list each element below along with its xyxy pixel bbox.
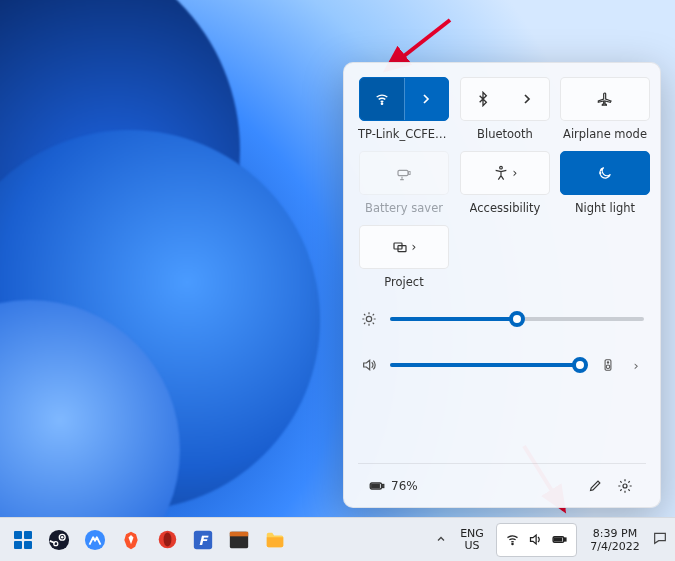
svg-point-5: [499, 166, 502, 169]
language-indicator[interactable]: ENG US: [452, 528, 492, 552]
quick-settings-tiles: TP-Link_CCFE_5G Bluetooth Airplane mode: [358, 77, 646, 289]
svg-point-29: [512, 543, 513, 544]
airplane-tile[interactable]: [560, 77, 650, 121]
battery-saver-tile: [359, 151, 449, 195]
project-tile[interactable]: ›: [359, 225, 449, 269]
chevron-right-icon: [418, 91, 434, 107]
chevron-right-icon: [519, 91, 535, 107]
brightness-track[interactable]: [390, 317, 644, 321]
quick-settings-panel: TP-Link_CCFE_5G Bluetooth Airplane mode: [343, 62, 661, 508]
volume-slider[interactable]: ›: [360, 357, 644, 373]
chevron-up-icon: [435, 533, 447, 545]
chevron-right-icon: ›: [412, 240, 417, 254]
notification-icon: [652, 530, 668, 546]
clock[interactable]: 8:39 PM 7/4/2022: [581, 527, 649, 553]
panel-footer: 76%: [358, 463, 646, 507]
edit-quick-settings-button[interactable]: [580, 471, 610, 501]
accessibility-icon: [493, 165, 509, 181]
chevron-right-icon: ›: [513, 166, 518, 180]
gear-icon: [617, 478, 633, 494]
volume-icon: [528, 532, 543, 547]
taskbar-app-opera[interactable]: [150, 523, 184, 557]
fdm-icon: F: [192, 529, 214, 551]
start-button[interactable]: [6, 523, 40, 557]
volume-track[interactable]: [390, 363, 588, 367]
brightness-slider[interactable]: [360, 311, 644, 327]
chevron-right-icon[interactable]: ›: [628, 358, 644, 373]
settings-button[interactable]: [610, 471, 640, 501]
svg-point-7: [600, 173, 601, 174]
opera-icon: [157, 529, 178, 550]
airplane-icon: [597, 91, 613, 107]
project-label: Project: [384, 275, 423, 289]
system-tray[interactable]: [496, 523, 577, 557]
svg-point-24: [163, 533, 171, 547]
svg-point-2: [381, 103, 382, 104]
svg-rect-16: [372, 484, 380, 487]
battery-icon: [368, 477, 386, 495]
volume-thumb[interactable]: [572, 357, 588, 373]
notifications-button[interactable]: [649, 530, 675, 550]
svg-rect-3: [398, 170, 408, 175]
bluetooth-expand[interactable]: [505, 78, 549, 120]
svg-rect-31: [564, 538, 565, 541]
wifi-tile[interactable]: [359, 77, 449, 121]
night-light-tile[interactable]: [560, 151, 650, 195]
taskbar-app-steam[interactable]: [42, 523, 76, 557]
windows-logo-icon: [14, 531, 32, 549]
lang-primary: ENG: [452, 528, 492, 540]
svg-rect-15: [382, 484, 384, 487]
airplane-label: Airplane mode: [563, 127, 647, 141]
taskbar-app-brave[interactable]: [114, 523, 148, 557]
bluetooth-tile[interactable]: [460, 77, 550, 121]
tray-overflow-button[interactable]: [430, 530, 452, 549]
brave-icon: [121, 530, 141, 550]
taskbar-app-terminal[interactable]: [222, 523, 256, 557]
night-light-icon: [597, 165, 613, 181]
sliders-section: ›: [358, 311, 646, 387]
battery-saver-label: Battery saver: [365, 201, 443, 215]
accessibility-tile[interactable]: ›: [460, 151, 550, 195]
brightness-icon: [360, 311, 378, 327]
svg-rect-32: [555, 538, 562, 541]
bluetooth-icon: [475, 91, 491, 107]
taskbar-app-explorer[interactable]: [258, 523, 292, 557]
taskbar: F ENG US 8:39 PM 7/4/2022: [0, 517, 675, 561]
taskbar-app-fdm[interactable]: F: [186, 523, 220, 557]
clock-date: 7/4/2022: [581, 540, 649, 553]
wifi-label: TP-Link_CCFE_5G: [358, 127, 450, 141]
pencil-icon: [588, 478, 603, 493]
svg-rect-4: [409, 172, 410, 175]
wifi-icon: [374, 91, 390, 107]
battery-icon: [551, 531, 568, 548]
wifi-expand[interactable]: [404, 78, 449, 120]
volume-icon: [360, 357, 378, 373]
taskbar-app-nordvpn[interactable]: [78, 523, 112, 557]
bluetooth-label: Bluetooth: [477, 127, 533, 141]
svg-point-18: [49, 529, 69, 549]
brightness-thumb[interactable]: [509, 311, 525, 327]
svg-point-13: [607, 362, 608, 363]
accessibility-label: Accessibility: [470, 201, 541, 215]
wifi-toggle[interactable]: [360, 78, 404, 120]
svg-point-17: [623, 484, 627, 488]
battery-saver-icon: [396, 165, 412, 181]
svg-point-20: [61, 535, 64, 538]
steam-icon: [48, 529, 70, 551]
night-light-label: Night light: [575, 201, 635, 215]
folder-icon: [264, 529, 286, 551]
nord-icon: [84, 529, 106, 551]
audio-output-button[interactable]: [600, 358, 616, 372]
wifi-icon: [505, 532, 520, 547]
clock-time: 8:39 PM: [581, 527, 649, 540]
svg-point-6: [601, 169, 602, 170]
battery-percent: 76%: [391, 479, 418, 493]
terminal-icon: [228, 529, 250, 551]
svg-point-12: [606, 365, 610, 369]
bluetooth-toggle[interactable]: [461, 78, 505, 120]
battery-status[interactable]: 76%: [364, 471, 422, 501]
svg-rect-28: [230, 531, 248, 536]
lang-secondary: US: [452, 540, 492, 552]
project-icon: [392, 239, 408, 255]
svg-point-10: [366, 316, 371, 321]
